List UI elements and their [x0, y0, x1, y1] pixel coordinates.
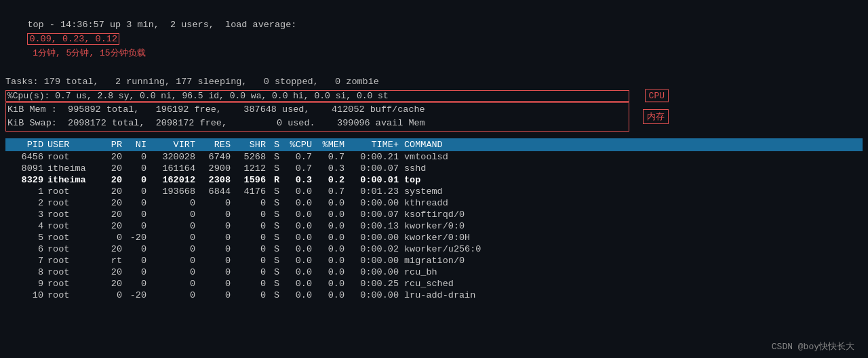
load-average-values: 0.09, 0.23, 0.12: [27, 33, 119, 45]
col-header-user: USER: [43, 140, 98, 150]
cell-ni: 0: [122, 152, 146, 162]
cell-mem: 0.0: [312, 244, 344, 254]
cell-s: S: [266, 256, 279, 266]
cell-cpu: 0.0: [279, 186, 312, 197]
cell-cmd: vmtoolsd: [399, 152, 534, 162]
cell-res: 6740: [195, 152, 231, 162]
cell-time: 0:00.00: [344, 256, 399, 266]
cell-res: 0: [195, 279, 231, 289]
table-row: 8329 itheima 20 0 162012 2308 1596 R 0.3…: [5, 174, 863, 186]
table-row: 6 root 20 0 0 0 0 S 0.0 0.0 0:00.02 kwor…: [5, 243, 863, 255]
col-header-res: RES: [195, 140, 231, 150]
cell-pr: 0: [98, 233, 122, 243]
cell-cpu: 0.3: [279, 175, 312, 185]
cell-s: S: [266, 210, 279, 220]
cell-time: 0:01.23: [344, 186, 399, 197]
cell-user: root: [43, 256, 98, 266]
terminal: top - 14:36:57 up 3 min, 2 users, load a…: [0, 0, 868, 358]
cell-s: S: [266, 163, 279, 174]
mem-line1: KiB Mem : 995892 total, 196192 free, 387…: [7, 103, 627, 117]
cell-shr: 0: [231, 290, 266, 300]
cpu-block-wrapper: %Cpu(s): 0.7 us, 2.8 sy, 0.0 ni, 96.5 id…: [5, 90, 629, 102]
cell-res: 0: [195, 244, 231, 254]
col-header-s: S: [266, 140, 279, 150]
cell-res: 2308: [195, 175, 231, 185]
cell-pr: 20: [98, 210, 122, 220]
cell-res: 2900: [195, 163, 231, 174]
cell-res: 0: [195, 210, 231, 220]
cell-pid: 4: [11, 221, 43, 231]
cell-pid: 9: [11, 279, 43, 289]
cell-user: itheima: [43, 163, 98, 174]
cell-cmd: ksoftirqd/0: [399, 210, 534, 220]
cell-pr: 20: [98, 279, 122, 289]
cell-pid: 10: [11, 290, 43, 300]
cell-time: 0:00.00: [344, 290, 399, 300]
table-row: 8091 itheima 20 0 161164 2900 1212 S 0.7…: [5, 163, 863, 174]
cell-user: root: [43, 267, 98, 277]
cell-s: R: [266, 175, 279, 185]
cell-pr: rt: [98, 256, 122, 266]
cell-virt: 162012: [146, 175, 195, 185]
cell-mem: 0.0: [312, 267, 344, 277]
csdn-watermark: CSDN @boy快快长大: [772, 340, 854, 353]
cell-cpu: 0.0: [279, 198, 312, 208]
cell-mem: 0.0: [312, 233, 344, 243]
col-header-pid: PID: [11, 140, 43, 150]
cell-shr: 0: [231, 233, 266, 243]
cell-shr: 0: [231, 221, 266, 231]
cell-cmd: kworker/u256:0: [399, 244, 534, 254]
cell-s: S: [266, 290, 279, 300]
cell-res: 0: [195, 290, 231, 300]
cell-time: 0:00.07: [344, 163, 399, 174]
top-header: top - 14:36:57 up 3 min, 2 users, load a…: [27, 20, 296, 30]
cell-cpu: 0.0: [279, 290, 312, 300]
cell-mem: 0.0: [312, 221, 344, 231]
cell-virt: 0: [146, 233, 195, 243]
cell-virt: 0: [146, 267, 195, 277]
cell-res: 0: [195, 233, 231, 243]
cell-user: itheima: [43, 175, 98, 185]
cell-ni: 0: [122, 267, 146, 277]
cell-mem: 0.0: [312, 256, 344, 266]
table-row: 3 root 20 0 0 0 0 S 0.0 0.0 0:00.07 ksof…: [5, 209, 863, 220]
cpu-label: CPU: [645, 90, 669, 102]
cell-mem: 0.2: [312, 175, 344, 185]
table-header: PID USER PR NI VIRT RES SHR S %CPU %MEM …: [5, 138, 863, 151]
cell-cpu: 0.7: [279, 152, 312, 162]
cell-pid: 6: [11, 244, 43, 254]
cell-ni: -20: [122, 233, 146, 243]
cell-time: 0:00.00: [344, 233, 399, 243]
cell-res: 0: [195, 221, 231, 231]
cell-mem: 0.7: [312, 152, 344, 162]
cell-cmd: sshd: [399, 163, 534, 174]
cell-cpu: 0.0: [279, 256, 312, 266]
cell-time: 0:00.02: [344, 244, 399, 254]
cell-pid: 2: [11, 198, 43, 208]
cell-virt: 0: [146, 198, 195, 208]
cell-cmd: lru-add-drain: [399, 290, 534, 300]
cell-shr: 0: [231, 267, 266, 277]
cell-virt: 0: [146, 210, 195, 220]
cell-cpu: 0.7: [279, 163, 312, 174]
table-row: 2 root 20 0 0 0 0 S 0.0 0.0 0:00.00 kthr…: [5, 197, 863, 209]
cell-pid: 8: [11, 267, 43, 277]
cell-virt: 0: [146, 256, 195, 266]
col-header-mem: %MEM: [312, 140, 344, 150]
cell-ni: 0: [122, 244, 146, 254]
cell-virt: 161164: [146, 163, 195, 174]
cell-pid: 7: [11, 256, 43, 266]
table-row: 4 root 20 0 0 0 0 S 0.0 0.0 0:00.13 kwor…: [5, 220, 863, 232]
cell-shr: 0: [231, 198, 266, 208]
cell-pr: 20: [98, 267, 122, 277]
cell-shr: 5268: [231, 152, 266, 162]
cell-user: root: [43, 152, 98, 162]
cell-shr: 0: [231, 256, 266, 266]
cell-shr: 4176: [231, 186, 266, 197]
load-comment: 1分钟, 5分钟, 15分钟负载: [27, 48, 145, 58]
cell-res: 0: [195, 256, 231, 266]
cell-cmd: kworker/0:0: [399, 221, 534, 231]
cell-user: root: [43, 221, 98, 231]
table-row: 1 root 20 0 193668 6844 4176 S 0.0 0.7 0…: [5, 186, 863, 197]
table-row: 9 root 20 0 0 0 0 S 0.0 0.0 0:00.25 rcu_…: [5, 278, 863, 290]
